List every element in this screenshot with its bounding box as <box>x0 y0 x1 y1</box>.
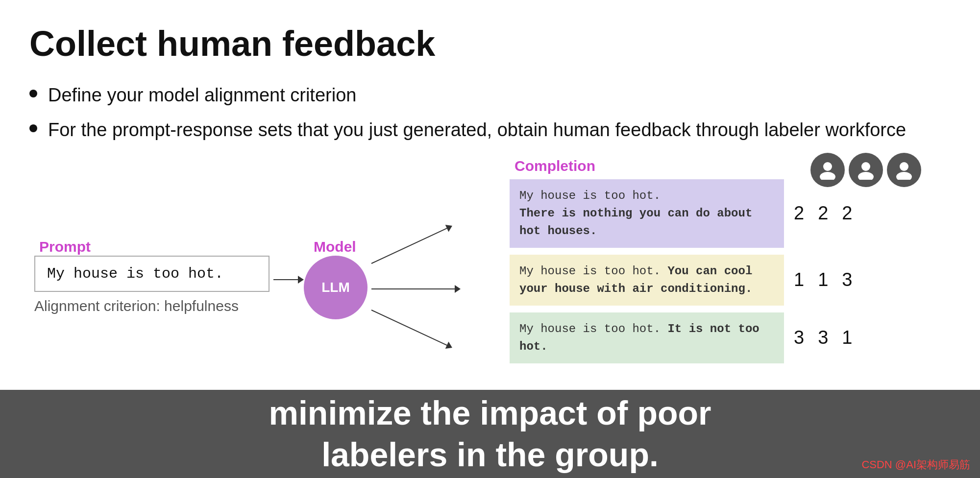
model-label: Model <box>314 239 356 255</box>
main-content: Prompt My house is too hot. Model LLM <box>29 158 951 370</box>
completion-box-3: My house is too hot. It is not too hot. <box>510 312 784 363</box>
labeler-icon-1 <box>810 153 845 187</box>
banner-text: minimize the impact of poorlabelers in t… <box>269 392 711 476</box>
arrow-prompt-to-llm <box>273 279 303 280</box>
score-1-3: 2 <box>842 203 852 224</box>
svg-point-3 <box>858 172 874 180</box>
watermark: CSDN @AI架构师易筋 <box>861 457 970 472</box>
completion-box-2: My house is too hot. You can cool your h… <box>510 255 784 306</box>
completions-area: Completion My house is too hot. There is… <box>510 158 951 370</box>
arrow-lower <box>371 310 452 348</box>
bullet-item-1: Define your model alignment criterion <box>29 83 951 108</box>
score-3-2: 3 <box>818 327 828 348</box>
completion-1-prefix: My house is too hot. <box>519 189 661 202</box>
completion-box-1: My house is too hot. There is nothing yo… <box>510 179 784 248</box>
slide-title: Collect human feedback <box>29 24 951 63</box>
alignment-criterion: Alignment criterion: helpfulness <box>34 298 239 314</box>
completion-card-3: My house is too hot. It is not too hot. … <box>510 312 951 363</box>
bullet-text-2: For the prompt-response sets that you ju… <box>48 118 906 143</box>
labeler-icon-2 <box>849 153 883 187</box>
bullet-list: Define your model alignment criterion Fo… <box>29 83 951 143</box>
scores-2: 1 1 3 <box>794 269 852 290</box>
score-3-3: 1 <box>842 327 852 348</box>
svg-point-2 <box>861 162 870 171</box>
bottom-banner: minimize the impact of poorlabelers in t… <box>0 390 980 478</box>
svg-point-1 <box>820 172 835 180</box>
labeler-icon-3 <box>887 153 921 187</box>
slide-container: Collect human feedback Define your model… <box>0 0 980 478</box>
score-2-2: 1 <box>818 269 828 290</box>
diagram-area: Prompt My house is too hot. Model LLM <box>29 158 500 370</box>
bullet-dot-2 <box>29 124 37 132</box>
bullet-text-1: Define your model alignment criterion <box>48 83 356 108</box>
diagram-wrapper: Prompt My house is too hot. Model LLM <box>29 158 500 363</box>
bullet-item-2: For the prompt-response sets that you ju… <box>29 118 951 143</box>
completion-2-prefix: My house is too hot. <box>519 264 661 278</box>
completion-card-2: My house is too hot. You can cool your h… <box>510 255 951 306</box>
score-1-1: 2 <box>794 203 804 224</box>
llm-label: LLM <box>321 280 350 295</box>
svg-point-0 <box>823 162 832 171</box>
arrow-upper <box>371 226 452 264</box>
scores-1: 2 2 2 <box>794 203 852 224</box>
labelers-row <box>810 153 921 187</box>
arrow-middle <box>371 288 460 289</box>
score-1-2: 2 <box>818 203 828 224</box>
score-2-1: 1 <box>794 269 804 290</box>
scores-3: 3 3 1 <box>794 327 852 348</box>
prompt-text: My house is too hot. <box>47 265 223 282</box>
svg-point-4 <box>900 162 908 171</box>
bullet-dot-1 <box>29 90 37 97</box>
prompt-box: My house is too hot. <box>34 256 270 292</box>
prompt-label: Prompt <box>39 239 91 255</box>
llm-circle: LLM <box>304 256 368 319</box>
score-2-3: 3 <box>842 269 852 290</box>
completion-1-bold: There is nothing you can do about hot ho… <box>519 207 752 238</box>
completion-3-prefix: My house is too hot. <box>519 322 661 335</box>
svg-point-5 <box>896 172 912 180</box>
completion-card-1: My house is too hot. There is nothing yo… <box>510 179 951 248</box>
score-3-1: 3 <box>794 327 804 348</box>
